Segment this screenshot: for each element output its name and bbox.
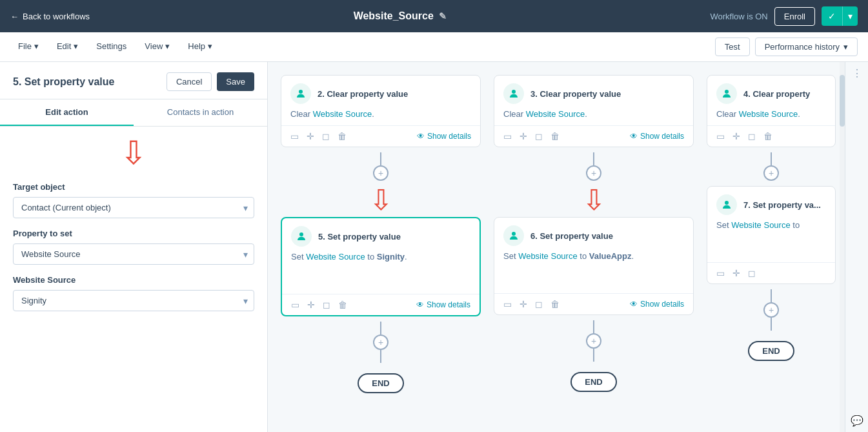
copy-icon[interactable]: ▭ — [290, 131, 299, 141]
copy-icon-4[interactable]: ▭ — [716, 131, 725, 141]
toggle-dropdown-arrow-icon[interactable]: ▾ — [843, 7, 858, 25]
delete-icon-5[interactable]: 🗑 — [338, 300, 347, 310]
property-to-set-field: Website Source ▾ — [13, 243, 254, 265]
svg-point-2 — [512, 90, 516, 94]
view-menu[interactable]: View ▾ — [137, 34, 177, 60]
website-source-field: Signity ▾ — [13, 290, 254, 311]
show-details-button-6[interactable]: 👁 Show details — [630, 300, 684, 309]
back-to-workflows-link[interactable]: ← Back to workflows — [10, 12, 90, 21]
move-icon-4[interactable]: ✛ — [732, 131, 740, 141]
card-4-body-link[interactable]: Website Source — [739, 109, 798, 119]
chat-icon[interactable]: 💬 — [851, 415, 863, 427]
move-icon-3[interactable]: ✛ — [520, 131, 527, 141]
rename-icon-5[interactable]: ◻ — [323, 300, 330, 310]
delete-icon-4[interactable]: 🗑 — [763, 131, 772, 141]
show-details-button-3[interactable]: 👁 Show details — [630, 132, 684, 141]
rename-icon-4[interactable]: ◻ — [748, 131, 756, 141]
rename-icon-6[interactable]: ◻ — [535, 299, 543, 309]
delete-icon[interactable]: 🗑 — [338, 131, 347, 141]
connector-below-7: + — [763, 284, 779, 336]
card-7-footer: ▭ ✛ ◻ — [707, 262, 835, 283]
secondary-navigation: File ▾ Edit ▾ Settings View ▾ Help ▾ Tes… — [0, 32, 868, 62]
workflow-card-4[interactable]: 4. Clear property Clear Website Source. … — [707, 75, 836, 147]
add-node-5[interactable]: + — [373, 334, 389, 350]
card-2-body-link[interactable]: Website Source — [313, 109, 372, 119]
save-button[interactable]: Save — [217, 72, 254, 91]
card-5-icon — [291, 226, 312, 247]
canvas-red-arrow-left: ⇩ — [369, 186, 393, 214]
rename-icon[interactable]: ◻ — [322, 131, 330, 141]
workflow-card-3[interactable]: 3. Clear property value Clear Website So… — [494, 75, 694, 147]
website-source-select[interactable]: Signity — [13, 290, 254, 311]
tab-edit-action[interactable]: Edit action — [0, 99, 134, 126]
add-node-2[interactable]: + — [373, 165, 389, 181]
rename-icon-3[interactable]: ◻ — [535, 131, 543, 141]
performance-chevron-icon: ▾ — [843, 42, 848, 52]
copy-icon-3[interactable]: ▭ — [503, 131, 512, 141]
connector-line-4 — [771, 152, 772, 165]
delete-icon-6[interactable]: 🗑 — [550, 299, 560, 309]
connector-line-3 — [593, 152, 594, 165]
move-icon-7[interactable]: ✛ — [732, 268, 740, 278]
card-2-footer-icons: ▭ ✛ ◻ 🗑 — [290, 131, 347, 141]
tab-contacts-in-action[interactable]: Contacts in action — [134, 99, 267, 126]
tab-edit-label: Edit action — [45, 107, 88, 117]
show-details-button-2[interactable]: 👁 Show details — [417, 132, 471, 141]
end-node-1: END — [358, 373, 403, 393]
target-object-select[interactable]: Contact (Current object) — [13, 197, 254, 218]
card-6-body-link[interactable]: Website Source — [518, 251, 578, 261]
card-7-body-link[interactable]: Website Source — [731, 220, 791, 230]
add-node-6[interactable]: + — [586, 333, 601, 349]
card-7-header: 7. Set property va... — [707, 187, 835, 220]
eye-icon-6: 👁 — [630, 300, 638, 309]
card-4-icon — [716, 83, 737, 104]
delete-icon-3[interactable]: 🗑 — [550, 131, 560, 141]
file-chevron-icon: ▾ — [34, 41, 39, 51]
card-5-body-link[interactable]: Website Source — [306, 252, 365, 262]
property-to-set-select[interactable]: Website Source — [13, 243, 254, 265]
cancel-button[interactable]: Cancel — [167, 72, 212, 91]
svg-point-0 — [299, 90, 303, 94]
card-4-footer: ▭ ✛ ◻ 🗑 — [707, 125, 835, 147]
end-node-3: END — [748, 341, 794, 361]
performance-history-button[interactable]: Performance history ▾ — [755, 37, 858, 56]
copy-icon-6[interactable]: ▭ — [503, 299, 512, 309]
test-button[interactable]: Test — [715, 37, 750, 56]
property-to-set-label: Property to set — [13, 229, 254, 238]
card-5-footer: ▭ ✛ ◻ 🗑 👁 Show details — [282, 294, 479, 315]
copy-icon-5[interactable]: ▭ — [291, 300, 299, 310]
add-node-3[interactable]: + — [586, 165, 601, 181]
card-3-footer: ▭ ✛ ◻ 🗑 👁 Show details — [494, 125, 693, 147]
scrollbar-thumb[interactable] — [840, 75, 845, 127]
move-icon[interactable]: ✛ — [307, 131, 314, 141]
grid-dots-icon[interactable]: ⋮ — [852, 67, 862, 79]
add-node-4[interactable]: + — [763, 165, 779, 181]
card-3-body-link[interactable]: Website Source — [526, 109, 585, 119]
move-icon-5[interactable]: ✛ — [307, 300, 315, 310]
canvas-red-arrow-middle: ⇩ — [582, 186, 606, 214]
workflow-canvas[interactable]: 2. Clear property value Clear Website So… — [268, 62, 868, 432]
rename-icon-7[interactable]: ◻ — [748, 268, 756, 278]
workflow-card-7[interactable]: 7. Set property va... Set Website Source… — [707, 186, 836, 284]
move-icon-6[interactable]: ✛ — [520, 299, 527, 309]
file-menu[interactable]: File ▾ — [10, 34, 46, 60]
enroll-button[interactable]: Enroll — [774, 7, 815, 26]
svg-point-1 — [299, 232, 303, 236]
edit-menu[interactable]: Edit ▾ — [49, 34, 86, 60]
help-menu[interactable]: Help ▾ — [180, 34, 220, 60]
connector-line-7 — [771, 289, 772, 302]
add-node-7[interactable]: + — [763, 302, 779, 318]
connector-below-5: + — [373, 316, 389, 368]
settings-menu[interactable]: Settings — [88, 34, 134, 60]
target-object-field: Contact (Current object) ▾ — [13, 197, 254, 218]
vertical-scrollbar[interactable] — [840, 62, 845, 432]
edit-workflow-name-icon[interactable]: ✎ — [439, 11, 447, 21]
show-details-label-3: Show details — [640, 132, 684, 141]
copy-icon-7[interactable]: ▭ — [716, 268, 725, 278]
workflow-card-6[interactable]: 6. Set property value Set Website Source… — [494, 217, 694, 315]
workflow-card-5[interactable]: 5. Set property value Set Website Source… — [281, 217, 481, 316]
toggle-checkmark-icon[interactable]: ✓ — [822, 7, 842, 25]
show-details-button-5[interactable]: 👁 Show details — [416, 300, 470, 309]
card-4-header: 4. Clear property — [707, 76, 835, 109]
workflow-card-2[interactable]: 2. Clear property value Clear Website So… — [281, 75, 481, 147]
